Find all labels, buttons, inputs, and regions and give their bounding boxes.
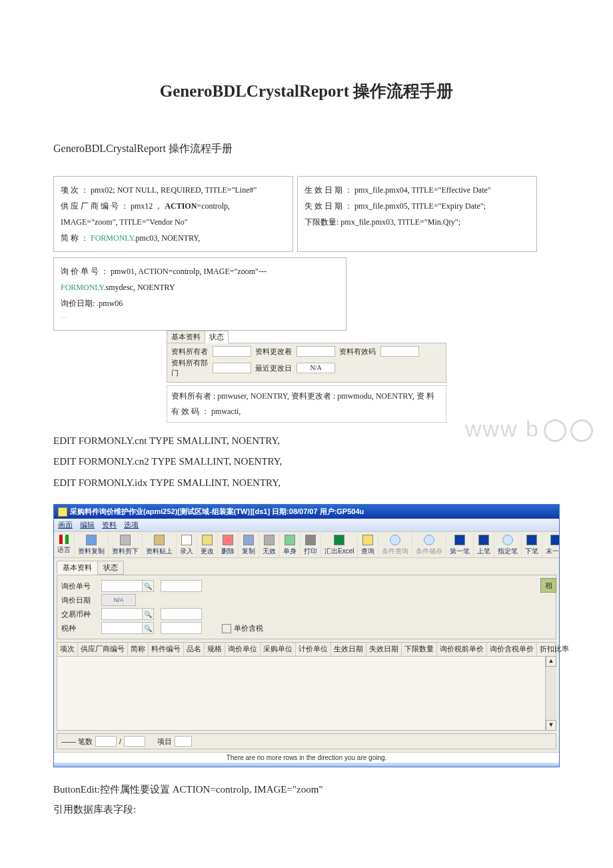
grid-column-header[interactable]: 计价单位 <box>296 643 331 656</box>
window-titlebar: 采购料件询价维护作业(apmi252)[测试区域-组装案(TW)][ds1] 日… <box>54 505 559 519</box>
toolbar-button[interactable]: 删除 <box>218 533 239 557</box>
status-caption: 资料所有者 : pmwuser, NOENTRY, 资料更改者 : pmwmod… <box>167 385 446 423</box>
toolbar-button[interactable]: 指定笔 <box>494 533 522 557</box>
grid-column-header[interactable]: 询价单位 <box>225 643 261 656</box>
grid-column-header[interactable]: 下限数量 <box>402 643 437 656</box>
checkbox-row: 单价含税 <box>222 623 263 633</box>
text-field[interactable] <box>161 580 202 592</box>
count-field[interactable] <box>95 736 117 747</box>
def-left-line: 项 次 ： pmx02; NOT NULL, REQUIRED, TITLE="… <box>61 182 286 198</box>
grid-column-header[interactable]: 供应厂商编号 <box>78 643 128 656</box>
grid-column-header[interactable]: 折扣比率 <box>537 643 572 656</box>
tab-status[interactable]: 状态 <box>205 331 229 343</box>
paging-sep: / <box>119 737 121 745</box>
tax-field[interactable] <box>101 622 143 634</box>
zoom-icon[interactable]: 🔍 <box>142 580 154 592</box>
def-left-line: 供 应 厂 商 编 号 ： pmx12 ， ACTION=controlp, I… <box>61 198 286 230</box>
side-tab[interactable]: 相 <box>540 578 556 593</box>
toolbar-button[interactable]: 打印 <box>301 533 321 557</box>
nav-icon <box>478 535 489 545</box>
text-field[interactable] <box>161 608 202 620</box>
grid-body[interactable]: ▲ ▼ <box>57 657 556 730</box>
grid-column-header[interactable]: 失效日期 <box>366 643 402 656</box>
text-green: FORMONLY <box>91 233 134 243</box>
zoom-icon[interactable]: 🔍 <box>142 622 154 634</box>
field-label: 资料更改着 <box>255 347 293 357</box>
tab-status[interactable]: 状态 <box>97 561 124 575</box>
text-field[interactable] <box>213 346 251 357</box>
toolbar-button[interactable]: 语言 <box>54 533 75 557</box>
field-label: 税种 <box>61 623 101 633</box>
def-right-line: 失 效 日 期 ： pmx_file.pmx05, TITLE="Expiry … <box>305 198 530 214</box>
status-bar: There are no more rows in the direction … <box>54 752 559 763</box>
edit-line: EDIT FORMONLY.cnt TYPE SMALLINT, NOENTRY… <box>53 431 560 452</box>
grid-column-header[interactable]: 简称 <box>128 643 149 656</box>
text-field[interactable] <box>161 622 202 634</box>
grid-column-header[interactable]: 询价含税单价 <box>487 643 537 656</box>
item-field[interactable] <box>175 736 192 747</box>
scroll-up-icon[interactable]: ▲ <box>546 656 556 667</box>
def-full-line: 询价日期: .pmw06 <box>61 295 339 311</box>
form-panel: 相 询价单号 🔍 询价日期 N/A 交易币种 🔍 税种 🔍 单价含税 <box>57 575 556 639</box>
zoom-icon[interactable]: 🔍 <box>142 608 154 620</box>
excel-icon <box>334 535 344 545</box>
toolbar-button[interactable]: 无效 <box>259 533 280 557</box>
toolbar-button[interactable]: 更改 <box>197 533 218 557</box>
checkbox[interactable] <box>222 624 231 633</box>
toolbar-button[interactable]: 录入 <box>177 533 197 557</box>
text-field[interactable] <box>297 346 335 357</box>
circle-icon <box>502 535 513 545</box>
toolbar-button[interactable]: 汇出Excel <box>321 533 358 557</box>
menu-item[interactable]: 编辑 <box>80 521 95 529</box>
circle-icon <box>390 535 400 545</box>
toolbar-button[interactable]: 资料剪下 <box>109 533 143 557</box>
menu-item[interactable]: 资料 <box>102 521 117 529</box>
text-field[interactable] <box>380 346 419 357</box>
toolbar-button[interactable]: 资料复制 <box>75 533 109 557</box>
grid-column-header[interactable]: 询价税前单价 <box>437 643 487 656</box>
date-field[interactable]: N/A <box>297 363 335 373</box>
toolbar-button[interactable]: 单身 <box>280 533 301 557</box>
currency-field[interactable] <box>101 608 143 620</box>
toolbar-label: 删除 <box>221 547 235 556</box>
toolbar-button[interactable]: 条件查询 <box>378 533 412 557</box>
scroll-down-icon[interactable]: ▼ <box>546 720 556 731</box>
scrollbar[interactable]: ▲ ▼ <box>545 656 556 731</box>
status-panel: 资料所有者 资料更改着 资料有效码 资料所有部门 最近更改日 N/A <box>167 343 446 383</box>
toolbar-button[interactable]: 查询 <box>358 533 378 557</box>
inquiry-date-field[interactable]: N/A <box>101 594 136 606</box>
grid-column-header[interactable]: 料件编号 <box>149 643 184 656</box>
subtitle: GeneroBDLCrystalReport 操作流程手册 <box>53 142 560 156</box>
menu-item[interactable]: 画面 <box>58 521 73 529</box>
total-field[interactable] <box>124 736 145 747</box>
text: 简 称 ： <box>61 233 89 243</box>
nav-icon <box>550 535 559 545</box>
text-field[interactable] <box>213 363 251 373</box>
toolbar-button[interactable]: 条件储存 <box>412 533 446 557</box>
toolbar-button[interactable]: 下笔 <box>522 533 542 557</box>
toolbar-button[interactable]: 复制 <box>239 533 259 557</box>
toolbar-button[interactable]: 资料贴上 <box>143 533 177 557</box>
toolbar-label: 单身 <box>283 547 297 556</box>
grid-column-header[interactable]: 规格 <box>205 643 225 656</box>
toolbar-label: 资料复制 <box>78 547 105 556</box>
toolbar-button[interactable]: 末一笔 <box>542 533 559 557</box>
grid-column-header[interactable]: 品名 <box>184 643 205 656</box>
trash-icon <box>264 535 275 545</box>
tab-basic[interactable]: 基本资料 <box>57 561 98 575</box>
toolbar-label: 复制 <box>242 547 255 556</box>
toolbar: 语言资料复制资料剪下资料贴上录入更改删除复制无效单身打印汇出Excel查询条件查… <box>54 531 559 558</box>
field-label: 资料所有部门 <box>171 358 209 378</box>
tab-basic[interactable]: 基本资料 <box>167 331 205 343</box>
menu-item[interactable]: 选项 <box>124 521 139 529</box>
toolbar-button[interactable]: 第一笔 <box>446 533 474 557</box>
data-grid: 项次供应厂商编号简称料件编号品名规格询价单位采购单位计价单位生效日期失效日期下限… <box>57 642 556 731</box>
inquiry-no-field[interactable] <box>101 580 143 592</box>
grid-column-header[interactable]: 采购单位 <box>261 643 296 656</box>
grid-column-header[interactable]: 生效日期 <box>331 643 366 656</box>
del-icon <box>223 535 233 545</box>
toolbar-button[interactable]: 上笔 <box>474 533 494 557</box>
new-icon <box>181 535 192 545</box>
text: 询 价 单 号 ： pmw01, ACTION=controlp, IMAGE=… <box>61 267 267 276</box>
grid-column-header[interactable]: 项次 <box>57 643 78 656</box>
